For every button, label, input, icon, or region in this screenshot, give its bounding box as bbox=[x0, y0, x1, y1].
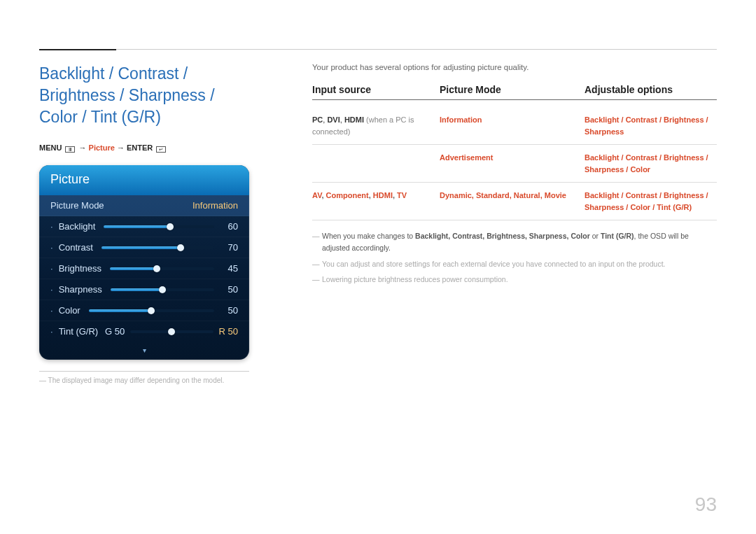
breadcrumb-menu: MENU bbox=[39, 143, 62, 152]
osd-item-color[interactable]: Color 50 bbox=[39, 300, 249, 321]
cell-adj: Backlight / Contrast / Brightness / Shar… bbox=[584, 114, 717, 137]
left-column: Backlight / Contrast / Brightness / Shar… bbox=[39, 63, 249, 506]
menu-icon: Ⅲ bbox=[65, 146, 75, 153]
cell-mode: Dynamic, Standard, Natural, Movie bbox=[440, 190, 576, 213]
osd-mode-value: Information bbox=[192, 200, 238, 211]
left-footnote: The displayed image may differ depending… bbox=[39, 376, 249, 386]
osd-item-tint[interactable]: Tint (G/R) G 50 R 50 bbox=[39, 321, 249, 344]
cell-adj: Backlight / Contrast / Brightness / Shar… bbox=[584, 190, 717, 213]
osd-title: Picture bbox=[39, 165, 249, 195]
th-input-source: Input source bbox=[312, 84, 431, 95]
slider[interactable] bbox=[111, 288, 214, 291]
breadcrumb-enter: ENTER bbox=[127, 143, 153, 152]
slider[interactable] bbox=[102, 246, 214, 249]
header-rule-accent bbox=[39, 49, 116, 50]
note: You can adjust and store settings for ea… bbox=[312, 258, 717, 270]
osd-mode-label: Picture Mode bbox=[50, 200, 104, 211]
note: When you make changes to Backlight, Cont… bbox=[312, 230, 717, 254]
enter-icon: ↵ bbox=[156, 146, 166, 153]
intro-text: Your product has several options for adj… bbox=[312, 63, 717, 71]
chevron-down-icon[interactable]: ▾ bbox=[39, 344, 249, 360]
slider[interactable] bbox=[110, 267, 214, 270]
slider[interactable] bbox=[104, 225, 214, 228]
th-adjustable: Adjustable options bbox=[584, 84, 717, 95]
note: Lowering picture brightness reduces powe… bbox=[312, 274, 717, 286]
osd-panel: Picture Picture Mode Information Backlig… bbox=[39, 165, 249, 360]
breadcrumb: MENU Ⅲ → Picture → ENTER ↵ bbox=[39, 143, 249, 153]
table-header: Input source Picture Mode Adjustable opt… bbox=[312, 84, 717, 100]
cell-mode: Advertisement bbox=[440, 152, 576, 175]
tint-slider[interactable] bbox=[130, 330, 213, 333]
table-row: AV, Component, HDMI, TV Dynamic, Standar… bbox=[312, 183, 717, 220]
table-row: PC, DVI, HDMI (when a PC is connected) I… bbox=[312, 107, 717, 145]
right-column: Your product has several options for adj… bbox=[312, 63, 717, 506]
cell-adj: Backlight / Contrast / Brightness / Shar… bbox=[584, 152, 717, 175]
divider bbox=[39, 371, 249, 372]
notes-list: When you make changes to Backlight, Cont… bbox=[312, 230, 717, 286]
cell-mode: Information bbox=[440, 114, 576, 137]
cell-input: PC, DVI, HDMI (when a PC is connected) bbox=[312, 114, 431, 137]
cell-input bbox=[312, 152, 431, 175]
breadcrumb-picture: Picture bbox=[89, 143, 115, 152]
osd-item-sharpness[interactable]: Sharpness 50 bbox=[39, 279, 249, 300]
slider[interactable] bbox=[89, 309, 214, 312]
osd-item-brightness[interactable]: Brightness 45 bbox=[39, 258, 249, 279]
page-number: 93 bbox=[695, 493, 717, 516]
header-rule bbox=[39, 49, 717, 50]
page-title: Backlight / Contrast / Brightness / Shar… bbox=[39, 63, 249, 128]
osd-item-backlight[interactable]: Backlight 60 bbox=[39, 216, 249, 237]
th-picture-mode: Picture Mode bbox=[440, 84, 576, 95]
osd-item-contrast[interactable]: Contrast 70 bbox=[39, 237, 249, 258]
osd-mode-row[interactable]: Picture Mode Information bbox=[39, 195, 249, 216]
table-row: Advertisement Backlight / Contrast / Bri… bbox=[312, 145, 717, 183]
cell-input: AV, Component, HDMI, TV bbox=[312, 190, 431, 213]
